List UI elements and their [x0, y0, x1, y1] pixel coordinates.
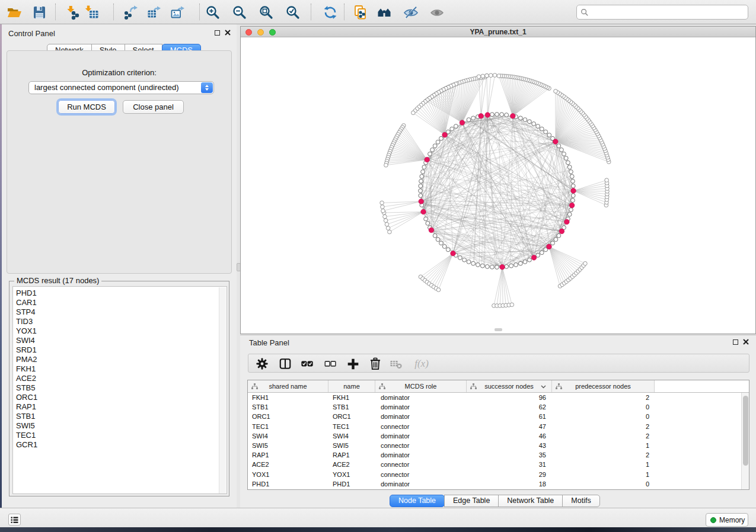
mcds-result-item[interactable]: ORC1 — [16, 393, 227, 402]
mcds-result-item[interactable]: FKH1 — [16, 364, 227, 374]
leaf-node[interactable] — [384, 219, 388, 223]
ring-node[interactable] — [436, 238, 440, 242]
mcds-list-scrollbar[interactable] — [219, 287, 226, 494]
mcds-hub-node[interactable] — [559, 229, 564, 234]
ring-node[interactable] — [571, 194, 575, 198]
mcds-hub-node[interactable] — [511, 114, 516, 119]
table-row[interactable]: RAP1RAP1dominator352 — [248, 450, 749, 460]
ring-node[interactable] — [471, 261, 476, 265]
ring-node[interactable] — [439, 136, 444, 140]
ring-node[interactable] — [495, 113, 499, 117]
leaf-node[interactable] — [381, 209, 385, 213]
table-row[interactable]: SWI5SWI5connector431 — [248, 441, 749, 450]
leaf-node[interactable] — [493, 73, 497, 78]
ring-node[interactable] — [490, 265, 495, 269]
memory-button[interactable]: Memory — [706, 513, 748, 527]
network-canvas[interactable] — [241, 38, 755, 334]
mcds-hub-node[interactable] — [421, 209, 426, 214]
ring-node[interactable] — [421, 170, 425, 174]
leaf-node[interactable] — [386, 226, 390, 230]
ring-node[interactable] — [419, 189, 423, 193]
export-image-icon[interactable] — [170, 4, 186, 21]
leaf-node[interactable] — [583, 261, 588, 265]
ring-node[interactable] — [495, 265, 499, 270]
mcds-result-item[interactable]: ACE2 — [16, 374, 227, 383]
ring-node[interactable] — [567, 165, 572, 169]
ring-node[interactable] — [557, 233, 561, 238]
network-window-titlebar[interactable]: YPA_prune.txt_1 — [241, 27, 755, 37]
show-columns-icon[interactable] — [277, 356, 293, 371]
ring-node[interactable] — [426, 222, 430, 226]
mcds-result-item[interactable]: SWI4 — [16, 336, 227, 345]
leaf-node[interactable] — [477, 75, 481, 79]
ring-node[interactable] — [500, 113, 504, 117]
mcds-hub-node[interactable] — [451, 251, 456, 256]
column-header-successor-nodes[interactable]: successor nodes — [467, 380, 552, 392]
table-row[interactable]: PHD1PHD1dominator180 — [248, 479, 749, 489]
network-graph[interactable] — [241, 38, 755, 334]
leaf-node[interactable] — [383, 214, 387, 219]
leaf-node[interactable] — [497, 74, 501, 78]
mcds-hub-node[interactable] — [429, 227, 434, 233]
ring-node[interactable] — [422, 165, 426, 169]
ring-node[interactable] — [433, 144, 437, 148]
ring-node[interactable] — [430, 148, 435, 152]
leaf-node[interactable] — [388, 230, 392, 234]
ring-node[interactable] — [564, 156, 568, 161]
hide-selected-icon[interactable] — [403, 4, 419, 21]
ring-node[interactable] — [419, 194, 423, 198]
table-scrollbar[interactable] — [741, 393, 749, 489]
ring-node[interactable] — [571, 184, 575, 188]
ring-node[interactable] — [567, 212, 572, 216]
ring-node[interactable] — [485, 265, 489, 269]
mcds-result-item[interactable]: SRD1 — [16, 345, 227, 355]
run-mcds-button[interactable]: Run MCDS — [58, 100, 115, 114]
ring-node[interactable] — [505, 113, 509, 117]
mcds-result-item[interactable]: GCR1 — [16, 440, 227, 450]
maximize-window-icon[interactable] — [269, 29, 276, 36]
mcds-result-item[interactable]: PMA2 — [16, 355, 227, 364]
mcds-hub-node[interactable] — [425, 157, 430, 162]
table-row[interactable]: YOX1YOX1connector291 — [248, 470, 749, 479]
ring-node[interactable] — [458, 256, 462, 260]
leaf-node[interactable] — [554, 89, 558, 94]
ring-node[interactable] — [454, 124, 458, 129]
close-panel-button[interactable]: Close panel — [123, 100, 184, 114]
ring-node[interactable] — [446, 248, 450, 252]
open-file-icon[interactable] — [6, 4, 23, 21]
mcds-hub-node[interactable] — [569, 203, 575, 208]
zoom-selected-icon[interactable] — [285, 4, 301, 21]
ring-node[interactable] — [569, 208, 573, 212]
float-panel-icon[interactable] — [215, 30, 220, 36]
ring-node[interactable] — [428, 152, 432, 156]
mcds-result-item[interactable]: STP4 — [16, 307, 227, 317]
ring-node[interactable] — [544, 130, 548, 134]
ring-node[interactable] — [532, 122, 536, 126]
ring-node[interactable] — [476, 263, 480, 267]
tab-motifs[interactable]: Motifs — [562, 495, 599, 507]
ring-node[interactable] — [560, 148, 564, 152]
create-column-plus-icon[interactable] — [345, 356, 361, 371]
mcds-hub-node[interactable] — [442, 132, 448, 137]
close-window-icon[interactable] — [245, 29, 252, 36]
zoom-fit-icon[interactable] — [258, 4, 275, 21]
leaf-node[interactable] — [381, 205, 385, 209]
ring-node[interactable] — [419, 179, 423, 183]
ring-node[interactable] — [523, 118, 527, 122]
export-network-icon[interactable] — [123, 4, 139, 21]
minimize-window-icon[interactable] — [257, 29, 264, 36]
leaf-node[interactable] — [384, 164, 388, 168]
ring-node[interactable] — [439, 241, 444, 245]
network-hscrollbar-thumb[interactable] — [495, 328, 502, 331]
column-header-name[interactable]: name — [328, 380, 375, 392]
table-row[interactable]: STB1STB1dominator620 — [248, 402, 749, 412]
mcds-result-item[interactable]: PHD1 — [16, 289, 227, 298]
ring-node[interactable] — [509, 264, 513, 268]
mcds-hub-node[interactable] — [419, 199, 424, 204]
ring-node[interactable] — [442, 245, 446, 249]
mcds-hub-node[interactable] — [531, 255, 537, 261]
ring-node[interactable] — [424, 217, 428, 221]
delete-column-trash-icon[interactable] — [368, 356, 383, 371]
ring-node[interactable] — [420, 174, 424, 178]
ring-node[interactable] — [528, 120, 532, 124]
